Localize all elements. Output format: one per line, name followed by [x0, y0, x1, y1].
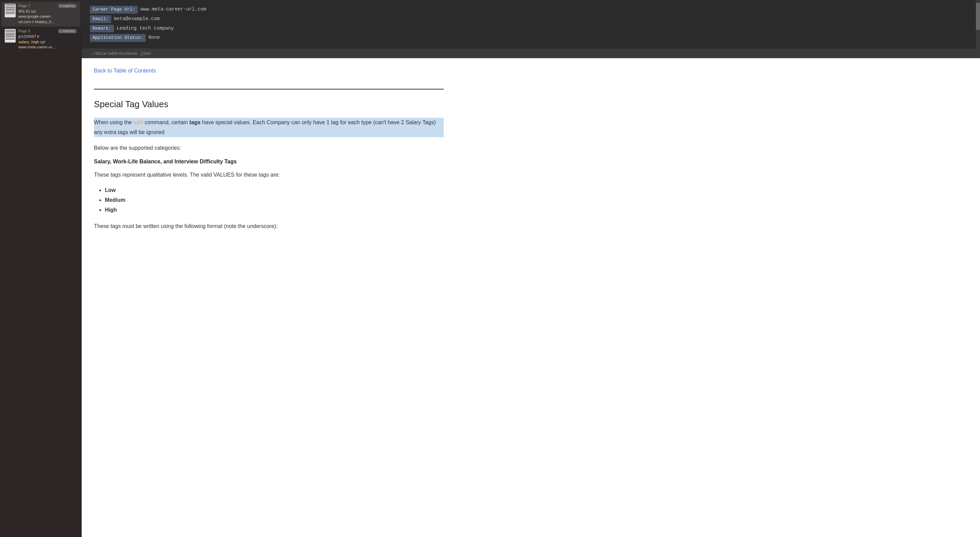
categories-paragraph: Below are the supported categories: [94, 143, 444, 153]
terminal-scrollbar[interactable] [976, 0, 980, 49]
remark-label: Remark: [90, 25, 114, 33]
sidebar-content-7: #01-01 cp/ www.google-career- url.com r/… [18, 9, 77, 24]
sidebar-text-page7: Page 7 3 matches #01-01 cp/ www.google-c… [18, 4, 77, 24]
doc-area: Back to Table of Contents Special Tag Va… [82, 58, 456, 246]
terminal-row-remark: Remark: Leading tech company [90, 24, 972, 33]
status-value: None [148, 34, 160, 41]
sidebar-thumb-page7 [5, 4, 16, 18]
status-label: Application Status: [90, 34, 146, 42]
subsection-para: These tags represent qualitative levels.… [94, 170, 444, 179]
list-item-high: High [105, 205, 444, 215]
sidebar-item-page5[interactable]: Page 5 2 matches p/1234567 t/ salary_hig… [2, 27, 80, 52]
terminal-scrollbar-thumb [976, 3, 980, 30]
terminal-row-career: Career Page Url: www.meta-career-url.com [90, 5, 972, 14]
subsection-title: Salary, Work-Life Balance, and Interview… [94, 159, 444, 165]
terminal-footer: ./data/addressbook.json [82, 49, 980, 58]
intro-paragraph: When using the add command, certain tags… [94, 118, 444, 137]
terminal-path: ./data/addressbook.json [90, 51, 151, 56]
sidebar-match-badge-5: 2 matches [58, 29, 77, 33]
terminal-block: Career Page Url: www.meta-career-url.com… [82, 0, 980, 49]
para1-pre: When using the [94, 120, 134, 125]
email-value: meta@example.com [114, 15, 159, 22]
main-content: Career Page Url: www.meta-career-url.com… [82, 0, 980, 537]
remark-value: Leading tech company [117, 24, 174, 32]
salary-highlight: salary_high [18, 40, 39, 44]
list-item-medium: Medium [105, 195, 444, 205]
list-item-low: Low [105, 185, 444, 195]
sidebar-content-5: p/1234567 t/ salary_high cp/ www.meta-ca… [18, 34, 77, 50]
back-to-toc-link[interactable]: Back to Table of Contents [94, 68, 156, 74]
sidebar-thumb-page5 [5, 29, 16, 43]
section-title: Special Tag Values [94, 99, 444, 110]
para1-post: command, certain [143, 120, 189, 125]
sidebar-text-page5: Page 5 2 matches p/1234567 t/ salary_hig… [18, 29, 77, 50]
tag-values-list: Low Medium High [105, 185, 444, 215]
email-label: Email: [90, 15, 111, 23]
terminal-row-email: Email: meta@example.com [90, 15, 972, 23]
sidebar-match-badge-7: 3 matches [58, 4, 77, 8]
section-divider [94, 89, 444, 89]
tags-bold: tags [189, 120, 201, 125]
sidebar-item-page7[interactable]: Page 7 3 matches #01-01 cp/ www.google-c… [2, 2, 80, 27]
career-label: Career Page Url: [90, 6, 138, 14]
career-value: www.meta-career-url.com [140, 5, 206, 13]
sidebar-page-label-5: Page 5 [18, 29, 30, 33]
sidebar: Page 7 3 matches #01-01 cp/ www.google-c… [0, 0, 82, 537]
footer-para: These tags must be written using the fol… [94, 221, 444, 231]
terminal-row-status: Application Status: None [90, 34, 972, 42]
add-code: add [134, 120, 143, 126]
sidebar-page-label-7: Page 7 [18, 4, 30, 8]
